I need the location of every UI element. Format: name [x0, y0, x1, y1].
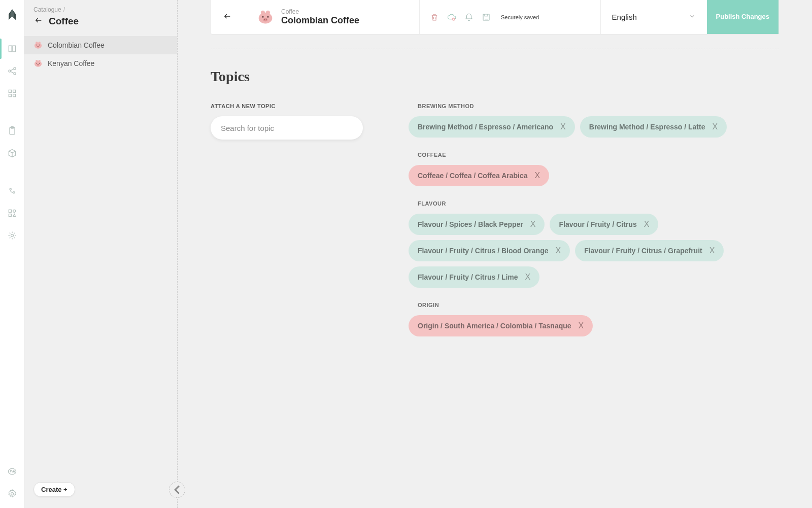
topic-group-label: ORIGIN	[418, 302, 779, 308]
language-label: English	[612, 13, 637, 21]
topic-chip: Brewing Method / Espresso / LatteX	[580, 116, 727, 138]
svg-point-10	[13, 192, 14, 193]
sidebar-breadcrumb[interactable]: Catalogue/	[33, 6, 168, 13]
rail-settings-icon[interactable]	[7, 230, 17, 241]
topic-chip: Flavour / Spices / Black PepperX	[409, 214, 545, 235]
topic-chip: Flavour / Fruity / Citrus / GrapefruitX	[575, 240, 724, 261]
divider	[211, 49, 779, 49]
chip-text: Flavour / Spices / Black Pepper	[418, 220, 523, 228]
svg-point-16	[11, 493, 13, 495]
topic-group: ORIGINOrigin / South America / Colombia …	[409, 302, 779, 336]
svg-point-2	[13, 73, 15, 75]
chip-row: Origin / South America / Colombia / Tasn…	[409, 315, 779, 336]
rail-share-icon[interactable]	[7, 66, 17, 76]
svg-rect-5	[9, 94, 11, 97]
chip-row: Flavour / Spices / Black PepperXFlavour …	[409, 214, 779, 288]
chip-text: Flavour / Fruity / Citrus / Lime	[418, 273, 518, 281]
svg-point-22	[37, 46, 39, 48]
bell-icon[interactable]	[464, 13, 473, 22]
pig-icon	[33, 59, 43, 67]
svg-point-18	[36, 42, 38, 44]
svg-point-21	[39, 45, 40, 46]
rail-locale-icon[interactable]	[7, 466, 17, 477]
sidebar-item[interactable]: Kenyan Coffee	[24, 54, 177, 73]
header-back-icon[interactable]	[222, 11, 232, 23]
header-card: Coffee Colombian Coffee Securely saved E…	[211, 0, 779, 35]
publish-button[interactable]: Publish Changes	[707, 0, 779, 34]
svg-point-14	[11, 234, 13, 237]
language-select[interactable]: English	[600, 0, 707, 34]
svg-point-1	[13, 67, 15, 70]
topic-group: COFFEAECoffeae / Coffea / Coffea Arabica…	[409, 152, 779, 186]
chip-remove-icon[interactable]: X	[712, 122, 718, 131]
chip-text: Flavour / Fruity / Citrus / Grapefruit	[584, 247, 702, 255]
topic-chip: Flavour / Fruity / Citrus / LimeX	[409, 266, 539, 288]
chip-row: Coffeae / Coffea / Coffea ArabicaX	[409, 165, 779, 186]
header-title: Colombian Coffee	[281, 15, 359, 26]
sidebar-item-label: Colombian Coffee	[48, 41, 105, 49]
svg-point-31	[38, 64, 38, 65]
topics-heading: Topics	[211, 69, 779, 85]
chip-remove-icon[interactable]: X	[535, 171, 540, 180]
chip-text: Brewing Method / Espresso / Americano	[418, 123, 553, 131]
svg-point-23	[38, 46, 38, 47]
app-logo[interactable]	[5, 8, 19, 22]
rail-catalogue-icon[interactable]	[7, 44, 17, 54]
svg-point-24	[38, 46, 39, 47]
rail-shapes-icon[interactable]	[7, 208, 17, 218]
svg-rect-6	[13, 94, 15, 97]
topic-chip: Origin / South America / Colombia / Tasn…	[409, 315, 593, 336]
breadcrumb-text: Catalogue	[33, 6, 61, 13]
svg-rect-11	[9, 210, 11, 212]
chip-text: Flavour / Fruity / Citrus	[559, 220, 636, 228]
svg-point-27	[38, 60, 40, 62]
create-button[interactable]: Create +	[33, 482, 75, 497]
chip-text: Flavour / Fruity / Citrus / Blood Orange	[418, 247, 548, 255]
rail-grid-icon[interactable]	[7, 88, 17, 98]
save-disk-icon[interactable]	[482, 13, 491, 22]
chip-remove-icon[interactable]: X	[709, 246, 715, 255]
sidebar-title: Coffee	[49, 16, 79, 27]
cloud-remove-icon[interactable]	[447, 13, 456, 22]
svg-point-12	[13, 210, 15, 212]
topic-chip: Coffeae / Coffea / Coffea ArabicaX	[409, 165, 549, 186]
chip-remove-icon[interactable]: X	[525, 273, 531, 282]
svg-rect-13	[9, 214, 11, 217]
topic-chip: Flavour / Fruity / CitrusX	[550, 214, 658, 235]
svg-point-35	[266, 10, 270, 14]
sidebar-list: Colombian CoffeeKenyan Coffee	[24, 36, 177, 73]
sidebar-back-icon[interactable]	[33, 15, 44, 27]
chip-remove-icon[interactable]: X	[644, 220, 650, 229]
topic-group-label: COFFEAE	[418, 152, 779, 158]
topic-group: FLAVOURFlavour / Spices / Black PepperXF…	[409, 200, 779, 288]
topic-group-label: FLAVOUR	[418, 200, 779, 207]
svg-point-28	[36, 63, 37, 64]
chevron-down-icon	[689, 13, 696, 21]
chip-text: Origin / South America / Colombia / Tasn…	[418, 322, 571, 330]
topic-chip: Brewing Method / Espresso / AmericanoX	[409, 116, 575, 138]
topic-search-input[interactable]	[211, 116, 363, 140]
topic-groups-container: BREWING METHODBrewing Method / Espresso …	[409, 103, 779, 351]
trash-icon[interactable]	[430, 13, 439, 22]
svg-point-29	[39, 63, 40, 64]
rail-clipboard-icon[interactable]	[7, 126, 17, 136]
svg-point-36	[262, 16, 263, 17]
svg-point-9	[10, 188, 11, 190]
rail-box-icon[interactable]	[7, 148, 17, 158]
rail-webhook-icon[interactable]	[7, 186, 17, 196]
chip-remove-icon[interactable]: X	[579, 321, 584, 330]
publish-label: Publish Changes	[716, 13, 769, 21]
sidebar-item[interactable]: Colombian Coffee	[24, 36, 177, 54]
svg-point-34	[261, 10, 265, 14]
chip-row: Brewing Method / Espresso / AmericanoXBr…	[409, 116, 779, 138]
chip-remove-icon[interactable]: X	[555, 246, 561, 255]
pig-icon	[33, 41, 43, 49]
main-content: Coffee Colombian Coffee Securely saved E…	[178, 0, 812, 508]
rail-gear-icon[interactable]	[7, 489, 17, 499]
chip-remove-icon[interactable]: X	[530, 220, 536, 229]
chip-remove-icon[interactable]: X	[560, 122, 566, 131]
topic-chip: Flavour / Fruity / Citrus / Blood Orange…	[409, 240, 570, 261]
chip-text: Brewing Method / Espresso / Latte	[589, 123, 705, 131]
svg-point-17	[35, 43, 42, 49]
collapse-sidebar-icon[interactable]	[169, 482, 185, 498]
